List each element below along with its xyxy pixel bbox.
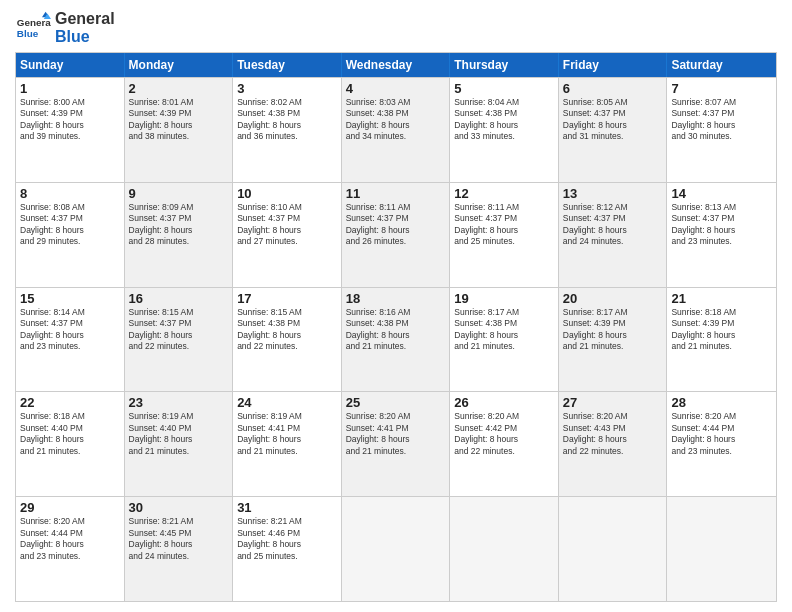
cal-header-monday: Monday bbox=[125, 53, 234, 77]
cell-info: Sunrise: 8:03 AM Sunset: 4:38 PM Dayligh… bbox=[346, 97, 446, 143]
cal-cell-day-6: 6Sunrise: 8:05 AM Sunset: 4:37 PM Daylig… bbox=[559, 78, 668, 182]
cal-cell-empty bbox=[342, 497, 451, 601]
cal-cell-day-30: 30Sunrise: 8:21 AM Sunset: 4:45 PM Dayli… bbox=[125, 497, 234, 601]
day-number: 4 bbox=[346, 81, 446, 96]
day-number: 20 bbox=[563, 291, 663, 306]
cell-info: Sunrise: 8:20 AM Sunset: 4:42 PM Dayligh… bbox=[454, 411, 554, 457]
cal-cell-day-18: 18Sunrise: 8:16 AM Sunset: 4:38 PM Dayli… bbox=[342, 288, 451, 392]
cal-cell-day-16: 16Sunrise: 8:15 AM Sunset: 4:37 PM Dayli… bbox=[125, 288, 234, 392]
cal-cell-day-11: 11Sunrise: 8:11 AM Sunset: 4:37 PM Dayli… bbox=[342, 183, 451, 287]
day-number: 25 bbox=[346, 395, 446, 410]
cal-cell-day-26: 26Sunrise: 8:20 AM Sunset: 4:42 PM Dayli… bbox=[450, 392, 559, 496]
day-number: 5 bbox=[454, 81, 554, 96]
cal-cell-day-7: 7Sunrise: 8:07 AM Sunset: 4:37 PM Daylig… bbox=[667, 78, 776, 182]
logo: General Blue General Blue bbox=[15, 10, 115, 46]
cell-info: Sunrise: 8:17 AM Sunset: 4:39 PM Dayligh… bbox=[563, 307, 663, 353]
cell-info: Sunrise: 8:01 AM Sunset: 4:39 PM Dayligh… bbox=[129, 97, 229, 143]
day-number: 11 bbox=[346, 186, 446, 201]
cal-week-2: 8Sunrise: 8:08 AM Sunset: 4:37 PM Daylig… bbox=[16, 182, 776, 287]
cal-cell-day-24: 24Sunrise: 8:19 AM Sunset: 4:41 PM Dayli… bbox=[233, 392, 342, 496]
calendar-header: SundayMondayTuesdayWednesdayThursdayFrid… bbox=[16, 53, 776, 77]
cell-info: Sunrise: 8:20 AM Sunset: 4:44 PM Dayligh… bbox=[20, 516, 120, 562]
cell-info: Sunrise: 8:07 AM Sunset: 4:37 PM Dayligh… bbox=[671, 97, 772, 143]
cell-info: Sunrise: 8:17 AM Sunset: 4:38 PM Dayligh… bbox=[454, 307, 554, 353]
day-number: 17 bbox=[237, 291, 337, 306]
cal-cell-day-13: 13Sunrise: 8:12 AM Sunset: 4:37 PM Dayli… bbox=[559, 183, 668, 287]
day-number: 22 bbox=[20, 395, 120, 410]
cell-info: Sunrise: 8:20 AM Sunset: 4:43 PM Dayligh… bbox=[563, 411, 663, 457]
cell-info: Sunrise: 8:19 AM Sunset: 4:40 PM Dayligh… bbox=[129, 411, 229, 457]
cell-info: Sunrise: 8:08 AM Sunset: 4:37 PM Dayligh… bbox=[20, 202, 120, 248]
cal-cell-empty bbox=[667, 497, 776, 601]
cal-cell-day-14: 14Sunrise: 8:13 AM Sunset: 4:37 PM Dayli… bbox=[667, 183, 776, 287]
cal-cell-day-20: 20Sunrise: 8:17 AM Sunset: 4:39 PM Dayli… bbox=[559, 288, 668, 392]
day-number: 23 bbox=[129, 395, 229, 410]
cal-header-friday: Friday bbox=[559, 53, 668, 77]
cal-cell-day-17: 17Sunrise: 8:15 AM Sunset: 4:38 PM Dayli… bbox=[233, 288, 342, 392]
page: General Blue General Blue SundayMondayTu… bbox=[0, 0, 792, 612]
cell-info: Sunrise: 8:20 AM Sunset: 4:44 PM Dayligh… bbox=[671, 411, 772, 457]
day-number: 13 bbox=[563, 186, 663, 201]
day-number: 9 bbox=[129, 186, 229, 201]
cal-week-5: 29Sunrise: 8:20 AM Sunset: 4:44 PM Dayli… bbox=[16, 496, 776, 601]
cal-cell-day-31: 31Sunrise: 8:21 AM Sunset: 4:46 PM Dayli… bbox=[233, 497, 342, 601]
day-number: 3 bbox=[237, 81, 337, 96]
cal-cell-day-22: 22Sunrise: 8:18 AM Sunset: 4:40 PM Dayli… bbox=[16, 392, 125, 496]
cell-info: Sunrise: 8:04 AM Sunset: 4:38 PM Dayligh… bbox=[454, 97, 554, 143]
cal-cell-day-21: 21Sunrise: 8:18 AM Sunset: 4:39 PM Dayli… bbox=[667, 288, 776, 392]
cal-cell-empty bbox=[559, 497, 668, 601]
day-number: 26 bbox=[454, 395, 554, 410]
cell-info: Sunrise: 8:10 AM Sunset: 4:37 PM Dayligh… bbox=[237, 202, 337, 248]
cell-info: Sunrise: 8:13 AM Sunset: 4:37 PM Dayligh… bbox=[671, 202, 772, 248]
cell-info: Sunrise: 8:18 AM Sunset: 4:40 PM Dayligh… bbox=[20, 411, 120, 457]
cal-cell-day-8: 8Sunrise: 8:08 AM Sunset: 4:37 PM Daylig… bbox=[16, 183, 125, 287]
cal-cell-day-9: 9Sunrise: 8:09 AM Sunset: 4:37 PM Daylig… bbox=[125, 183, 234, 287]
cell-info: Sunrise: 8:18 AM Sunset: 4:39 PM Dayligh… bbox=[671, 307, 772, 353]
day-number: 10 bbox=[237, 186, 337, 201]
cell-info: Sunrise: 8:20 AM Sunset: 4:41 PM Dayligh… bbox=[346, 411, 446, 457]
cal-header-sunday: Sunday bbox=[16, 53, 125, 77]
day-number: 21 bbox=[671, 291, 772, 306]
cell-info: Sunrise: 8:09 AM Sunset: 4:37 PM Dayligh… bbox=[129, 202, 229, 248]
cal-cell-day-5: 5Sunrise: 8:04 AM Sunset: 4:38 PM Daylig… bbox=[450, 78, 559, 182]
day-number: 1 bbox=[20, 81, 120, 96]
cal-header-wednesday: Wednesday bbox=[342, 53, 451, 77]
calendar-body: 1Sunrise: 8:00 AM Sunset: 4:39 PM Daylig… bbox=[16, 77, 776, 601]
cal-header-saturday: Saturday bbox=[667, 53, 776, 77]
day-number: 6 bbox=[563, 81, 663, 96]
logo-blue: Blue bbox=[55, 28, 115, 46]
day-number: 28 bbox=[671, 395, 772, 410]
day-number: 29 bbox=[20, 500, 120, 515]
svg-text:Blue: Blue bbox=[17, 28, 39, 39]
day-number: 31 bbox=[237, 500, 337, 515]
cal-week-1: 1Sunrise: 8:00 AM Sunset: 4:39 PM Daylig… bbox=[16, 77, 776, 182]
logo-icon: General Blue bbox=[15, 10, 51, 46]
day-number: 8 bbox=[20, 186, 120, 201]
cal-cell-day-1: 1Sunrise: 8:00 AM Sunset: 4:39 PM Daylig… bbox=[16, 78, 125, 182]
cell-info: Sunrise: 8:21 AM Sunset: 4:46 PM Dayligh… bbox=[237, 516, 337, 562]
day-number: 16 bbox=[129, 291, 229, 306]
day-number: 12 bbox=[454, 186, 554, 201]
cal-header-tuesday: Tuesday bbox=[233, 53, 342, 77]
cal-week-4: 22Sunrise: 8:18 AM Sunset: 4:40 PM Dayli… bbox=[16, 391, 776, 496]
cell-info: Sunrise: 8:12 AM Sunset: 4:37 PM Dayligh… bbox=[563, 202, 663, 248]
cell-info: Sunrise: 8:11 AM Sunset: 4:37 PM Dayligh… bbox=[454, 202, 554, 248]
cell-info: Sunrise: 8:05 AM Sunset: 4:37 PM Dayligh… bbox=[563, 97, 663, 143]
day-number: 30 bbox=[129, 500, 229, 515]
day-number: 7 bbox=[671, 81, 772, 96]
cal-cell-day-28: 28Sunrise: 8:20 AM Sunset: 4:44 PM Dayli… bbox=[667, 392, 776, 496]
cal-cell-day-27: 27Sunrise: 8:20 AM Sunset: 4:43 PM Dayli… bbox=[559, 392, 668, 496]
cell-info: Sunrise: 8:21 AM Sunset: 4:45 PM Dayligh… bbox=[129, 516, 229, 562]
logo-general: General bbox=[55, 10, 115, 28]
header: General Blue General Blue bbox=[15, 10, 777, 46]
cell-info: Sunrise: 8:15 AM Sunset: 4:38 PM Dayligh… bbox=[237, 307, 337, 353]
cal-cell-day-19: 19Sunrise: 8:17 AM Sunset: 4:38 PM Dayli… bbox=[450, 288, 559, 392]
cal-week-3: 15Sunrise: 8:14 AM Sunset: 4:37 PM Dayli… bbox=[16, 287, 776, 392]
cal-cell-day-3: 3Sunrise: 8:02 AM Sunset: 4:38 PM Daylig… bbox=[233, 78, 342, 182]
cal-cell-day-15: 15Sunrise: 8:14 AM Sunset: 4:37 PM Dayli… bbox=[16, 288, 125, 392]
cell-info: Sunrise: 8:15 AM Sunset: 4:37 PM Dayligh… bbox=[129, 307, 229, 353]
day-number: 2 bbox=[129, 81, 229, 96]
day-number: 18 bbox=[346, 291, 446, 306]
cal-cell-day-23: 23Sunrise: 8:19 AM Sunset: 4:40 PM Dayli… bbox=[125, 392, 234, 496]
cal-cell-day-4: 4Sunrise: 8:03 AM Sunset: 4:38 PM Daylig… bbox=[342, 78, 451, 182]
